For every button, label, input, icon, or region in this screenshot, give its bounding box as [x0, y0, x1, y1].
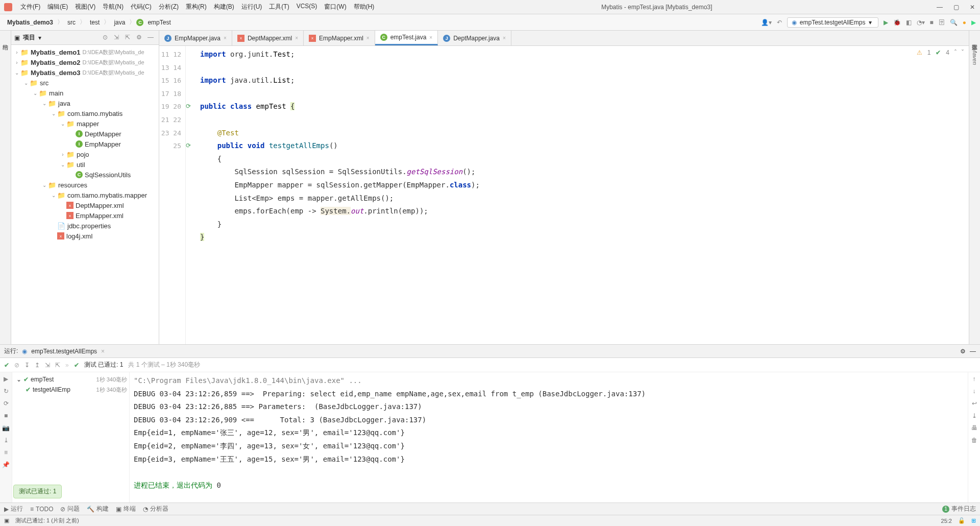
status-message: 测试已通过: 1 (片刻 之前) — [15, 517, 79, 524]
crumb-root[interactable]: Mybatis_demo3 — [4, 18, 56, 27]
tab-deptmapper-xml[interactable]: xDeptMapper.xml× — [232, 31, 304, 45]
status-window-icon[interactable]: ▣ — [4, 517, 9, 524]
menu-file[interactable]: 文件(F) — [17, 2, 43, 12]
problems-tool-button[interactable]: ⊘ 问题 — [60, 505, 80, 513]
crumb-src[interactable]: src — [64, 18, 79, 27]
project-title: 项目 — [23, 33, 35, 42]
run-class-gutter-icon[interactable]: ⟳ — [186, 103, 191, 110]
add-config-icon[interactable]: 👤▾ — [761, 19, 772, 26]
app-logo-icon — [4, 3, 12, 11]
status-bar: ▣ 测试已通过: 1 (片刻 之前) 25:2 🔓 ⊞ — [0, 515, 980, 526]
clear-icon[interactable]: 🗑 — [971, 437, 977, 444]
project-tree[interactable]: ›📁Mybatis_demo1D:\IDEA数据\Mybatis_de ›📁My… — [11, 45, 159, 344]
locate-icon[interactable]: ⊙ — [103, 34, 111, 42]
collapse-icon[interactable]: ⇱ — [125, 34, 133, 42]
coverage-icon[interactable]: ◧ — [906, 19, 912, 26]
menu-edit[interactable]: 编辑(E) — [44, 2, 71, 12]
crumb-java[interactable]: java — [111, 18, 128, 27]
menu-view[interactable]: 视图(V) — [72, 2, 99, 12]
history-icon[interactable]: ≡ — [4, 449, 8, 456]
menu-vcs[interactable]: VCS(S) — [293, 2, 321, 12]
code-editor[interactable]: ⚠1 ✔4 ˆˇ 11 12 13 14 15 16 17 18 19 20 2… — [159, 46, 969, 344]
editor-tabs: JEmpMapper.java× xDeptMapper.xml× xEmpMa… — [159, 31, 969, 46]
scroll-up-icon[interactable]: ↑ — [973, 375, 976, 382]
hide-icon[interactable]: — — [148, 34, 156, 42]
test-fail-icon[interactable]: ⊘ — [14, 362, 19, 369]
caret-position[interactable]: 25:2 — [941, 518, 952, 524]
crumb-class[interactable]: empTest — [144, 18, 174, 27]
run-gear-icon[interactable]: ⚙ — [960, 348, 966, 355]
project-scope-icon[interactable]: ▣ — [14, 34, 20, 41]
nav-toolbar: Mybatis_demo3 〉 src 〉 test 〉 java 〉 C em… — [0, 14, 980, 31]
menu-build[interactable]: 构建(B) — [211, 2, 237, 12]
maximize-icon[interactable]: ▢ — [952, 4, 960, 11]
translate-icon[interactable]: 🈂 — [939, 19, 945, 26]
run-test-gutter-icon[interactable]: ⟳ — [186, 142, 191, 149]
database-tool-button[interactable]: 数据库 — [971, 36, 978, 44]
tab-deptmapper-java[interactable]: JDeptMapper.java× — [438, 31, 511, 45]
test-tree[interactable]: ⌄✔empTest1秒 340毫秒 ✔testgetAllEmp1秒 340毫秒 — [12, 372, 130, 503]
run-tab-close-icon[interactable]: × — [101, 348, 105, 355]
gutter-icons[interactable]: ⟳⟳ — [186, 46, 196, 344]
scroll-end-icon[interactable]: ⤓ — [972, 412, 977, 419]
test-pass-icon[interactable]: ✔ — [4, 362, 9, 369]
minimize-icon[interactable]: — — [936, 4, 943, 11]
print-icon[interactable]: 🖶 — [971, 424, 977, 432]
main-menu: 文件(F) 编辑(E) 视图(V) 导航(N) 代码(C) 分析(Z) 重构(R… — [17, 2, 377, 12]
rerun-failed-icon[interactable]: ↻ — [4, 388, 9, 395]
profile-icon[interactable]: ◔▾ — [917, 19, 925, 26]
run-hide-icon[interactable]: — — [970, 348, 976, 355]
breadcrumb: Mybatis_demo3 〉 src 〉 test 〉 java 〉 C em… — [4, 18, 174, 27]
updates-icon[interactable]: ● — [963, 19, 966, 26]
profiler-tool-button[interactable]: ◔ 分析器 — [143, 505, 168, 513]
crumb-test[interactable]: test — [87, 18, 103, 27]
menu-help[interactable]: 帮助(H) — [351, 2, 378, 12]
sort2-icon[interactable]: ↥ — [35, 362, 40, 369]
chevron-down-icon[interactable]: ▾ — [38, 34, 41, 41]
eventlog-tool-button[interactable]: 1 事件日志 — [942, 505, 976, 513]
inspection-widget[interactable]: ⚠1 ✔4 ˆˇ — [917, 49, 964, 56]
back-icon[interactable]: ↶ — [777, 19, 782, 26]
structure-tool-button[interactable]: 结构 — [2, 36, 9, 44]
terminal-tool-button[interactable]: ▣ 终端 — [116, 505, 136, 513]
menu-refactor[interactable]: 重构(R) — [183, 2, 210, 12]
tab-empmapper-xml[interactable]: xEmpMapper.xml× — [304, 31, 375, 45]
test-summary-tail: 共 1 个测试 – 1秒 340毫秒 — [128, 361, 200, 369]
tab-emptest-java[interactable]: CempTest.java× — [375, 31, 438, 45]
build-tool-button[interactable]: 🔨 构建 — [87, 505, 109, 513]
gear-icon[interactable]: ⚙ — [136, 34, 144, 42]
run-tool-button[interactable]: ▶ 运行 — [4, 505, 23, 513]
console-right-actions: ↑ ↓ ↩ ⤓ 🖶 🗑 — [968, 372, 980, 503]
menu-analyze[interactable]: 分析(Z) — [156, 2, 182, 12]
rerun-icon[interactable]: ▶ — [4, 375, 8, 382]
menu-navigate[interactable]: 导航(N) — [100, 2, 127, 12]
toggle-autotest-icon[interactable]: ⟳ — [4, 400, 9, 407]
search-icon[interactable]: 🔍 — [950, 19, 958, 26]
close-icon[interactable]: ✕ — [969, 4, 976, 11]
expand-all-icon[interactable]: ⇲ — [45, 362, 50, 369]
collapse-all-icon[interactable]: ⇱ — [55, 362, 60, 369]
todo-tool-button[interactable]: ≡ TODO — [30, 506, 53, 513]
menu-run[interactable]: 运行(U) — [238, 2, 265, 12]
expand-icon[interactable]: ⇲ — [114, 34, 122, 42]
console-output[interactable]: "C:\Program Files\Java\jdk1.8.0_144\bin\… — [130, 372, 968, 503]
run-button-icon[interactable]: ▶ — [884, 19, 888, 26]
status-encoding-icon[interactable]: 🔓 — [958, 517, 965, 524]
debug-button-icon[interactable]: 🐞 — [893, 19, 901, 26]
export-icon[interactable]: ⤓ — [4, 437, 9, 444]
pin-icon[interactable]: 📌 — [2, 461, 10, 468]
menu-tools[interactable]: 工具(T) — [266, 2, 292, 12]
sort-icon[interactable]: ↧ — [24, 362, 30, 369]
chevron-down-icon: ▾ — [869, 19, 872, 26]
menu-window[interactable]: 窗口(W) — [321, 2, 349, 12]
tab-empmapper-java[interactable]: JEmpMapper.java× — [159, 31, 232, 45]
stop-icon[interactable]: ■ — [930, 19, 934, 26]
maven-tool-button[interactable]: Maven — [972, 44, 978, 69]
menu-code[interactable]: 代码(C) — [128, 2, 155, 12]
stop-run-icon[interactable]: ■ — [4, 412, 8, 419]
run-config-selector[interactable]: ◉ empTest.testgetAllEmps ▾ — [787, 17, 878, 28]
soft-wrap-icon[interactable]: ↩ — [972, 400, 977, 407]
scroll-down-icon[interactable]: ↓ — [973, 388, 976, 395]
dump-icon[interactable]: 📷 — [2, 424, 10, 432]
ide-features-icon[interactable]: ▶ — [971, 19, 976, 26]
